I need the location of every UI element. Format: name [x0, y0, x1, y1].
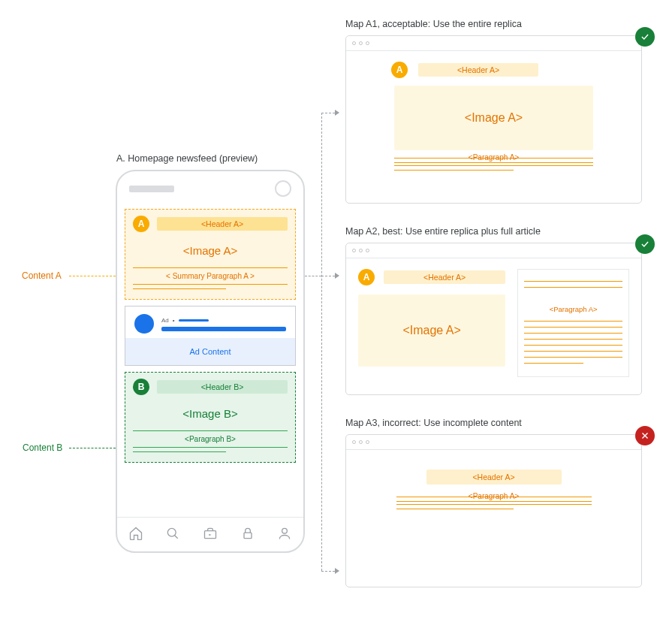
briefcase-icon [203, 526, 218, 543]
image-a-block: <Image A> [358, 294, 505, 367]
ad-content-block: Ad Content [125, 338, 295, 365]
ad-avatar-icon [134, 314, 154, 334]
browser-chrome [346, 36, 641, 51]
content-b-card: B <Header B> <Image B> <Paragraph B> [125, 372, 296, 463]
ad-title-line [161, 327, 286, 331]
window-dot-icon [366, 440, 369, 444]
browser-map-a2: A <Header A> <Image A> <Paragraph A> [345, 243, 642, 395]
paragraph-b-lines: <Paragraph B> [133, 430, 288, 457]
header-a-pill: <Header A> [384, 270, 505, 284]
header-a-pill: <Header A> [157, 217, 288, 231]
browser-chrome [346, 435, 641, 450]
status-bar-placeholder [129, 186, 174, 192]
summary-a-lines: < Summary Paragraph A > [133, 267, 288, 294]
phone-section-label: A. Homepage newsfeed (preview) [116, 153, 258, 164]
image-a-block: <Image A> [133, 238, 288, 263]
content-a-card: A <Header A> <Image A> < Summary Paragra… [125, 209, 296, 300]
paragraph-a-lines: <Paragraph A> [396, 497, 592, 515]
badge-a: A [133, 216, 149, 232]
content-a-label: Content A [22, 270, 62, 281]
svg-marker-3 [209, 534, 211, 536]
svg-point-0 [168, 528, 176, 536]
window-dot-icon [359, 249, 363, 252]
connector [321, 276, 335, 276]
image-b-block: <Image B> [133, 401, 288, 426]
ad-tag: Ad [161, 317, 169, 324]
home-icon [128, 526, 143, 543]
paragraph-a-label: <Paragraph A> [524, 305, 622, 313]
arrow-icon [335, 568, 339, 574]
content-b-label: Content B [23, 442, 62, 453]
browser-chrome [346, 243, 641, 258]
window-dot-icon [359, 440, 363, 444]
window-dot-icon [352, 249, 356, 252]
map-a1-label: Map A1, acceptable: Use the entire repli… [345, 19, 522, 29]
ad-card: Ad • Ad Content [125, 306, 296, 366]
lock-icon [240, 526, 255, 543]
window-dot-icon [366, 41, 369, 45]
ad-meta-line [179, 319, 209, 322]
summary-a-label: < Summary Paragraph A > [133, 272, 288, 280]
window-dot-icon [352, 440, 356, 444]
badge-a: A [358, 269, 375, 285]
phone-status-bar [117, 171, 303, 206]
connector [305, 276, 321, 276]
paragraph-b-label: <Paragraph B> [133, 435, 288, 443]
window-dot-icon [352, 41, 356, 45]
status-avatar-placeholder [275, 180, 291, 197]
content-b-connector [69, 448, 116, 448]
header-a-pill: <Header A> [426, 470, 562, 485]
map-a3-label: Map A3, incorrect: Use incomplete conten… [345, 418, 522, 428]
connector [321, 113, 322, 571]
svg-line-1 [175, 536, 178, 539]
paragraph-a-label: <Paragraph A> [396, 492, 592, 500]
status-check-icon [635, 234, 655, 254]
arrow-icon [335, 110, 339, 116]
paragraph-a-lines: <Paragraph A> [394, 158, 593, 176]
phone-mockup: A <Header A> <Image A> < Summary Paragra… [116, 170, 305, 553]
connector [321, 571, 335, 572]
user-icon [277, 526, 292, 543]
header-a-pill: <Header A> [418, 63, 538, 77]
status-check-icon [635, 27, 655, 47]
status-error-icon [635, 426, 655, 445]
paragraph-a-label: <Paragraph A> [394, 153, 593, 162]
window-dot-icon [359, 41, 363, 45]
window-dot-icon [366, 249, 369, 252]
content-a-connector [69, 276, 116, 276]
header-b-pill: <Header B> [157, 380, 288, 394]
article-lines-top [524, 281, 622, 294]
browser-map-a1: A <Header A> <Image A> <Paragraph A> [345, 35, 642, 204]
search-icon [165, 526, 180, 543]
article-sidebar: <Paragraph A> [517, 269, 629, 377]
badge-a: A [391, 62, 408, 78]
phone-bottom-nav [117, 517, 303, 551]
image-a-block: <Image A> [394, 86, 593, 150]
ad-dot: • [173, 317, 175, 324]
browser-map-a3: <Header A> <Paragraph A> [345, 434, 642, 587]
connector [321, 113, 335, 113]
article-lines-bottom [524, 321, 622, 370]
svg-rect-4 [244, 533, 252, 539]
svg-point-5 [282, 528, 288, 533]
arrow-icon [335, 273, 339, 279]
map-a2-label: Map A2, best: Use entire replica plus fu… [345, 226, 541, 237]
badge-b: B [133, 379, 149, 395]
